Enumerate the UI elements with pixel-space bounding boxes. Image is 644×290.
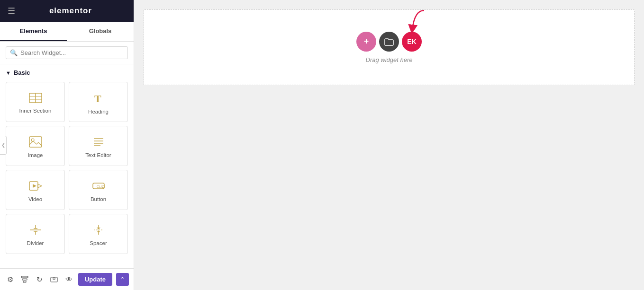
- svg-marker-13: [33, 184, 36, 188]
- basic-label: Basic: [14, 69, 30, 76]
- eye-icon[interactable]: 👁: [63, 272, 74, 287]
- sidebar-tabs: Elements Globals: [0, 22, 134, 42]
- widgets-grid: Inner Section T Heading: [6, 82, 128, 254]
- image-label: Image: [28, 152, 43, 158]
- hamburger-icon[interactable]: ☰: [8, 6, 15, 16]
- svg-text:CLICK: CLICK: [97, 185, 105, 188]
- drag-label: Drag widget here: [366, 56, 413, 63]
- widget-inner-section[interactable]: Inner Section: [6, 82, 65, 122]
- widget-divider[interactable]: Divider: [6, 214, 65, 254]
- search-icon: 🔍: [10, 49, 18, 56]
- widget-video[interactable]: Video: [6, 170, 65, 210]
- svg-rect-27: [21, 276, 28, 278]
- video-label: Video: [28, 196, 42, 202]
- divider-label: Divider: [27, 240, 44, 246]
- divider-icon: [29, 224, 42, 237]
- settings-icon[interactable]: ⚙: [5, 272, 16, 287]
- responsive-icon[interactable]: [49, 272, 60, 287]
- svg-marker-23: [97, 228, 100, 229]
- sidebar: ☰ elementor ⁢⁢⁢⁢⁢⁢⁢⁢⁢ Elements Globals 🔍…: [0, 0, 134, 290]
- drop-buttons: + EK: [356, 32, 422, 52]
- svg-marker-25: [97, 230, 100, 232]
- spacer-icon: [92, 224, 105, 237]
- layers-icon[interactable]: [19, 272, 30, 287]
- inner-section-label: Inner Section: [19, 108, 52, 114]
- sidebar-search: 🔍: [0, 42, 134, 64]
- widget-heading[interactable]: T Heading: [69, 82, 128, 122]
- canvas-area: + EK Drag widget here: [144, 9, 635, 85]
- chevron-up-button[interactable]: ⌃: [116, 273, 129, 286]
- image-icon: [29, 136, 42, 149]
- text-editor-label: Text Editor: [85, 152, 111, 158]
- button-icon: CLICK: [92, 180, 105, 193]
- svg-point-6: [31, 139, 34, 141]
- text-editor-icon: [92, 136, 105, 149]
- search-wrapper: 🔍: [6, 46, 128, 59]
- update-button[interactable]: Update: [78, 273, 112, 286]
- tab-globals[interactable]: Globals: [67, 22, 134, 41]
- search-input[interactable]: [20, 49, 124, 56]
- video-icon: [29, 180, 42, 193]
- templates-button[interactable]: [379, 32, 399, 52]
- svg-rect-29: [23, 281, 26, 282]
- inner-section-icon: [29, 93, 42, 105]
- widget-image[interactable]: Image: [6, 126, 65, 166]
- heading-label: Heading: [88, 109, 109, 114]
- button-label: Button: [91, 196, 106, 202]
- logo: elementor: [49, 6, 92, 16]
- collapse-handle[interactable]: ❮: [0, 136, 7, 155]
- history-icon[interactable]: ↻: [34, 272, 45, 287]
- widget-text-editor[interactable]: Text Editor: [69, 126, 128, 166]
- widgets-panel: ▼ Basic Inner Section: [0, 64, 134, 268]
- widget-spacer[interactable]: Spacer: [69, 214, 128, 254]
- tab-elements[interactable]: Elements: [0, 22, 67, 41]
- elementor-kit-button[interactable]: EK: [402, 32, 422, 52]
- add-widget-button[interactable]: +: [356, 32, 376, 52]
- sidebar-bottom: ⚙ ↻ 👁 Update ⌃: [0, 268, 134, 290]
- svg-marker-12: [38, 184, 42, 188]
- main-content: + EK Drag widget here: [134, 0, 644, 290]
- svg-rect-31: [53, 277, 55, 280]
- svg-rect-5: [29, 137, 42, 147]
- heading-icon: T: [92, 92, 105, 106]
- svg-rect-28: [22, 279, 27, 280]
- basic-section-title: ▼ Basic: [6, 69, 128, 76]
- sidebar-header: ☰ elementor ⁢⁢⁢⁢⁢⁢⁢⁢⁢: [0, 0, 134, 22]
- chevron-icon: ▼: [6, 70, 11, 76]
- widget-button[interactable]: CLICK Button: [69, 170, 128, 210]
- svg-text:T: T: [94, 93, 101, 104]
- spacer-label: Spacer: [90, 240, 107, 246]
